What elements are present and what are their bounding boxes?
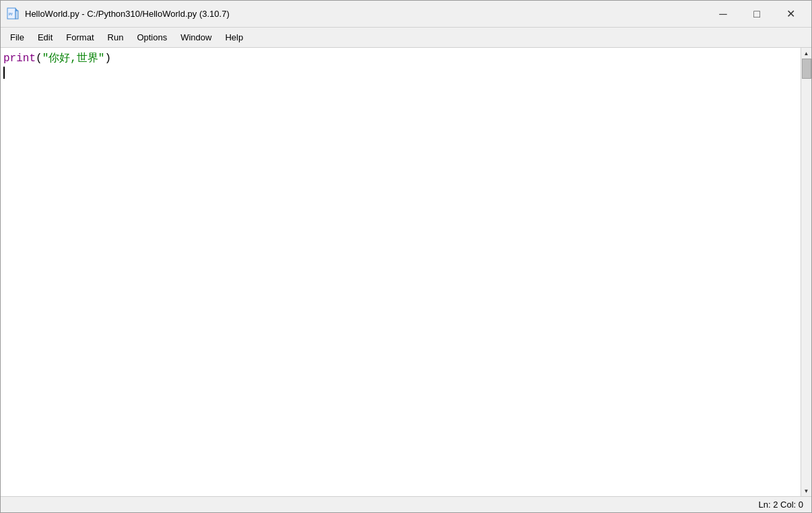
svg-marker-1	[15, 8, 18, 11]
svg-rect-2	[15, 11, 18, 19]
scroll-up-button[interactable]: ▲	[801, 48, 812, 59]
scrollbar-thumb[interactable]	[802, 59, 811, 79]
code-keyword: print	[3, 50, 36, 67]
close-button[interactable]: ✕	[775, 3, 806, 25]
python-file-icon: py	[6, 7, 20, 21]
text-cursor	[3, 67, 5, 79]
title-bar: py HelloWorld.py - C:/Python310/HelloWor…	[1, 1, 811, 28]
menu-bar: File Edit Format Run Options Window Help	[1, 28, 811, 48]
code-line-1: print("你好,世界")	[3, 50, 798, 67]
menu-file[interactable]: File	[3, 30, 31, 45]
code-close-paren: )	[104, 50, 111, 67]
editor-content[interactable]: print("你好,世界")	[1, 48, 801, 496]
menu-run[interactable]: Run	[101, 30, 131, 45]
menu-help[interactable]: Help	[218, 30, 250, 45]
cursor-line	[3, 67, 798, 79]
main-window: py HelloWorld.py - C:/Python310/HelloWor…	[0, 0, 812, 513]
maximize-button[interactable]: □	[741, 3, 772, 25]
menu-options[interactable]: Options	[130, 30, 174, 45]
code-string: "你好,世界"	[42, 50, 105, 67]
scroll-down-button[interactable]: ▼	[801, 485, 812, 496]
menu-edit[interactable]: Edit	[31, 30, 59, 45]
editor-area: print("你好,世界") ▲ ▼	[1, 48, 811, 496]
menu-format[interactable]: Format	[59, 30, 100, 45]
minimize-button[interactable]: ─	[708, 3, 739, 25]
scrollbar-track[interactable]	[801, 59, 812, 485]
vertical-scrollbar[interactable]: ▲ ▼	[801, 48, 811, 496]
window-title: HelloWorld.py - C:/Python310/HelloWorld.…	[25, 9, 230, 19]
svg-text:py: py	[9, 11, 13, 15]
cursor-position: Ln: 2 Col: 0	[759, 500, 804, 510]
status-bar: Ln: 2 Col: 0	[1, 496, 811, 512]
title-bar-left: py HelloWorld.py - C:/Python310/HelloWor…	[6, 7, 230, 21]
menu-window[interactable]: Window	[174, 30, 218, 45]
code-open-paren: (	[36, 50, 42, 67]
title-bar-controls: ─ □ ✕	[708, 3, 806, 25]
